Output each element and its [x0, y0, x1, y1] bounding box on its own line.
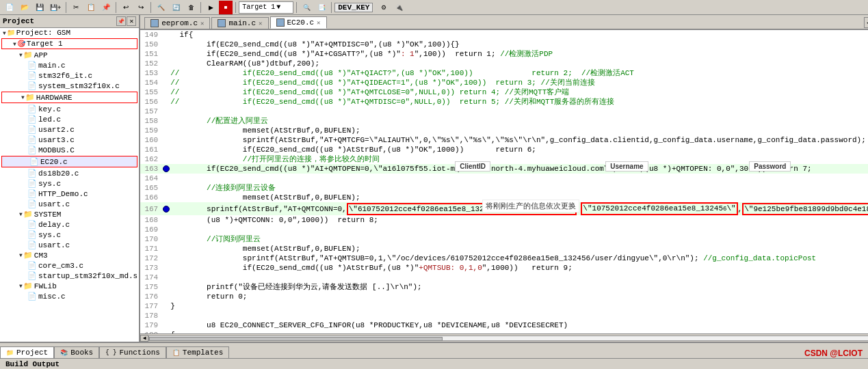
file-key-label: key.c: [38, 105, 61, 113]
hscroll-thumb[interactable]: [149, 337, 442, 341]
file-icon-misc: 📄: [27, 292, 37, 301]
extra-btn1[interactable]: ⚙: [377, 1, 391, 14]
target-dropdown[interactable]: Target 1 ▼: [239, 1, 293, 14]
fw-folder-icon: 📁: [23, 282, 33, 290]
fwlib-group[interactable]: ▼ 📁 FWLib: [0, 281, 139, 291]
file-http[interactable]: 📄 HTTP_Demo.c: [0, 189, 139, 199]
cut-btn[interactable]: ✂: [69, 1, 83, 14]
project-tree: ▼ 📁 Project: GSM ▼ 🎯 Target 1 ▼ 📁 APP: [0, 28, 139, 342]
file-sys2[interactable]: 📄 sys.c: [0, 230, 139, 240]
tab-main-close[interactable]: ✕: [259, 20, 262, 27]
file-usart3[interactable]: 📄 usart3.c: [0, 135, 139, 145]
line-num-167: 167: [140, 204, 162, 214]
open-btn[interactable]: 📂: [18, 1, 31, 14]
file-icon-usart2: 📄: [27, 125, 37, 134]
undo-btn[interactable]: ↩: [119, 1, 133, 14]
tab-eeprom[interactable]: eeprom.c ✕: [144, 17, 210, 29]
file-core[interactable]: 📄 core_cm3.c: [0, 260, 139, 271]
panel-pin-btn[interactable]: 📌: [116, 16, 126, 26]
hscrollbar[interactable]: ◀ ▶: [140, 333, 868, 342]
panel-close-btn[interactable]: ✕: [127, 16, 136, 26]
file-led[interactable]: 📄 led.c: [0, 114, 139, 124]
line-num-163: 163: [140, 164, 162, 174]
target1-label: Target 1: [27, 40, 63, 48]
rebuild-btn[interactable]: 🔄: [169, 1, 183, 14]
file-usart3-label: usart3.c: [38, 136, 75, 144]
debug-btn[interactable]: ▶: [204, 1, 218, 14]
sys-expand: ▼: [19, 211, 23, 217]
file-modbus[interactable]: 📄 MODBUS.C: [0, 145, 139, 155]
paste-btn[interactable]: 📌: [99, 1, 113, 14]
line-num-170: 170: [140, 234, 162, 244]
sep4: [200, 2, 201, 13]
project-root[interactable]: ▼ 📁 Project: GSM: [0, 28, 139, 38]
tab-ec20[interactable]: EC20.c ✕: [270, 16, 327, 29]
hw-expand: ▼: [21, 94, 25, 100]
file-ec20[interactable]: 📄 EC20.c: [1, 156, 137, 167]
app-group[interactable]: ▼ 📁 APP: [0, 50, 139, 60]
target-label: Target 1: [242, 3, 275, 11]
file-ds18b20[interactable]: 📄 ds18b20.c: [0, 168, 139, 178]
new-btn[interactable]: 📄: [3, 1, 16, 14]
line-num-169: 169: [140, 225, 162, 234]
file-misc[interactable]: 📄 misc.c: [0, 291, 139, 301]
cm3-group[interactable]: ▼ 📁 CM3: [0, 250, 139, 260]
stop-btn[interactable]: ■: [219, 1, 233, 14]
tab-eeprom-close[interactable]: ✕: [200, 20, 204, 27]
tab-eeprom-label: eeprom.c: [161, 19, 198, 27]
file-sys[interactable]: 📄 sys.c: [0, 178, 139, 189]
status-tab-functions[interactable]: { } Functions: [99, 346, 166, 358]
save-btn[interactable]: 💾: [33, 1, 47, 14]
line-152: 152 ClearRAM((u8*)dtbuf,200);: [140, 59, 868, 68]
tab-main-label: main.c: [228, 19, 256, 27]
find-in-files-btn[interactable]: 📑: [315, 1, 328, 14]
hardware-group[interactable]: ▼ 📁 HARDWARE: [1, 92, 137, 103]
redo-btn[interactable]: ↪: [134, 1, 148, 14]
clean-btn[interactable]: 🗑: [184, 1, 198, 14]
line-num-174: 174: [140, 273, 162, 282]
brand-label: CSDN @LCIOT: [804, 348, 868, 358]
line-text-180: {: [170, 330, 175, 333]
line-text-177: }: [170, 301, 175, 311]
extra-btn2[interactable]: 🔌: [392, 1, 406, 14]
line-num-159: 159: [140, 126, 162, 135]
file-usart-sys[interactable]: 📄 usart.c: [0, 240, 139, 250]
status-tab-books[interactable]: 📚 Books: [54, 346, 99, 358]
line-num-164: 164: [140, 174, 162, 183]
app-label: APP: [34, 51, 48, 59]
file-key[interactable]: 📄 key.c: [0, 104, 139, 114]
status-tab-templates[interactable]: 📋 Templates: [166, 346, 229, 358]
line-text-173: if(EC20_send_cmd((u8 *)AtStrBuf,(u8 *)"+…: [170, 263, 573, 273]
line-text-175: printf("设备已经连接到华为云,请备发送数据 [..]\r\n");: [170, 282, 421, 292]
status-tab-templates-label: Templates: [183, 348, 223, 357]
file-startup[interactable]: 📄 startup_stm32f10x_md.s: [0, 271, 139, 281]
toolbar-row1: 📄 📂 💾 💾+ ✂ 📋 📌 ↩ ↪ 🔨 🔄 🗑 ▶ ■ Target 1 ▼ …: [0, 0, 868, 15]
line-text-152: ClearRAM((u8*)dtbuf,200);: [170, 59, 319, 68]
line-153: 153 // if(EC20_send_cmd((u8 *)"AT+QIACT?…: [140, 68, 868, 78]
status-tab-project[interactable]: 📁 Project: [0, 346, 54, 358]
file-stm32-it[interactable]: 📄 stm32f6_it.c: [0, 70, 139, 81]
save-all-btn[interactable]: 💾+: [48, 1, 63, 14]
line-160: 160 sprintf(AtStrBuf,"AT+QMTCFG=\"ALIAUT…: [140, 135, 868, 145]
file-system[interactable]: 📄 system_stm32f10x.c: [0, 81, 139, 91]
search-btn[interactable]: 🔍: [300, 1, 313, 14]
file-icon-usart-hw: 📄: [27, 200, 37, 208]
system-group[interactable]: ▼ 📁 SYSTEM: [0, 209, 139, 219]
tab-prev-btn[interactable]: ◀: [864, 17, 868, 28]
file-usart-hw[interactable]: 📄 usart.c: [0, 199, 139, 209]
line-179: 179 u8 EC20_CONNECT_SERVER_CFG_INFOR(u8 …: [140, 320, 868, 330]
tab-ec20-close[interactable]: ✕: [317, 19, 320, 27]
line-text-163: if(EC20_send_cmd((u8 *)"AI+QMTOPEN=0,\"a…: [170, 164, 811, 174]
target1-item[interactable]: ▼ 🎯 Target 1: [1, 38, 137, 49]
file-main-c[interactable]: 📄 main.c: [0, 60, 139, 70]
line-text-154: // if(EC20_send_cmd((u8 *)"AT+QIDEACT=1"…: [170, 78, 595, 87]
tab-main[interactable]: main.c ✕: [211, 17, 268, 29]
file-stm32-label: stm32f6_it.c: [38, 72, 92, 80]
file-usart2[interactable]: 📄 usart2.c: [0, 124, 139, 135]
hscroll-left-btn[interactable]: ◀: [140, 335, 148, 342]
status-tab-functions-icon: { }: [105, 349, 116, 356]
line-text-165: //连接到阿里云设备: [170, 183, 276, 193]
build-btn[interactable]: 🔨: [154, 1, 168, 14]
copy-btn[interactable]: 📋: [84, 1, 98, 14]
file-delay[interactable]: 📄 delay.c: [0, 219, 139, 230]
